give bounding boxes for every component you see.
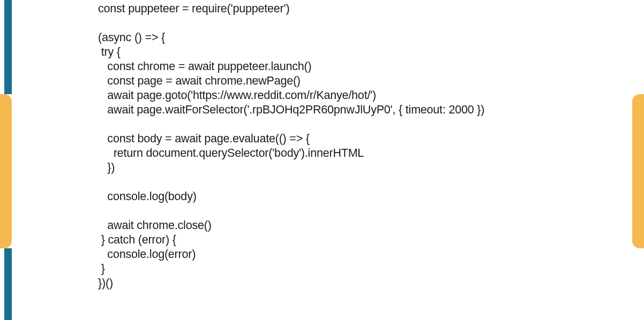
code-line: const page = await chrome.newPage() [98,74,301,87]
code-line: await page.goto('https://www.reddit.com/… [98,89,376,102]
code-line: console.log(error) [98,248,196,261]
code-line: } catch (error) { [98,233,176,246]
left-rail-orange-tab [0,94,12,248]
code-line: console.log(body) [98,190,197,203]
code-line: const chrome = await puppeteer.launch() [98,60,312,73]
code-line: try { [98,45,121,58]
code-line: return document.querySelector('body').in… [98,147,364,159]
left-rail [0,0,12,320]
code-line: const body = await page.evaluate(() => { [98,132,310,145]
code-line: await page.waitForSelector('.rpBJOHq2PR6… [98,103,484,116]
code-line: })() [98,277,113,289]
left-rail-teal-top [4,0,12,94]
code-line: } [98,262,105,275]
code-line: (async () => { [98,31,165,44]
code-snippet: const puppeteer = require('puppeteer') (… [98,2,500,291]
code-line: const puppeteer = require('puppeteer') [98,2,289,15]
code-line: await chrome.close() [98,219,212,232]
code-line: }) [98,161,115,174]
left-rail-teal-bottom [4,248,12,320]
right-rail-orange-tab [632,94,644,248]
